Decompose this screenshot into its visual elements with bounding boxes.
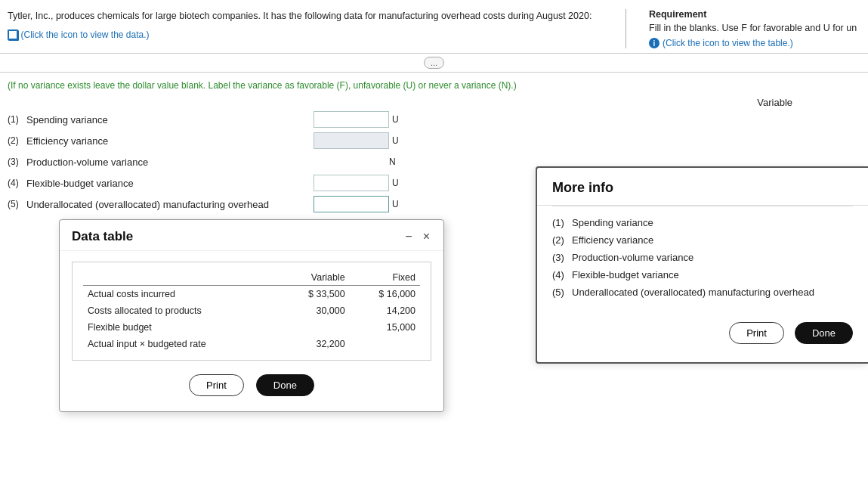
row-1-input[interactable] [314, 111, 389, 128]
table-cell-label: Flexible budget [83, 319, 279, 336]
table-link[interactable]: (Click the icon to view the table.) [663, 38, 793, 48]
row-3-no-input [314, 153, 389, 170]
table-cell-label: Actual costs incurred [83, 286, 279, 303]
more-info-list: (1) Spending variance (2) Efficiency var… [537, 206, 868, 315]
row-4-input-cell [314, 175, 389, 191]
row-1-num: (1) [8, 114, 26, 125]
table-cell-var: 30,000 [279, 302, 349, 319]
table-row: Actual costs incurred $ 33,500 $ 16,000 [83, 286, 420, 303]
modal-footer: Print Done [60, 374, 443, 396]
more-info-item-4-num: (4) [552, 269, 569, 280]
row-5-label: Underallocated (overallocated) manufactu… [26, 199, 314, 210]
row-4-label: Flexible-budget variance [26, 178, 314, 189]
svg-rect-1 [14, 30, 17, 34]
more-info-item-2: (2) Efficiency variance [552, 234, 853, 246]
row-3-label: Production-volume variance [26, 157, 314, 168]
table-cell-var: 32,200 [279, 336, 349, 352]
row-5-num: (5) [8, 199, 26, 209]
top-right: Requirement Fill in the blanks. Use F fo… [649, 9, 860, 48]
row-5-suffix: U [392, 199, 407, 209]
svg-rect-0 [8, 30, 12, 34]
row-3-num: (3) [8, 157, 26, 167]
top-left: Tytler, Inc., produces chemicals for lar… [8, 9, 603, 48]
row-1-suffix: U [392, 114, 407, 125]
table-col-fixed: Fixed [350, 270, 420, 286]
info-icon: i [649, 38, 659, 48]
variance-row-2: (2) Efficiency variance U [8, 132, 860, 149]
row-3-suffix: N [389, 157, 404, 167]
data-grid-icon [8, 29, 18, 40]
table-cell-var: $ 33,500 [279, 286, 349, 303]
modal-title: Data table [72, 229, 133, 244]
more-info-item-5-label: Underallocated (overallocated) manufactu… [572, 287, 814, 298]
more-info-item-3: (3) Production-volume variance [552, 252, 853, 263]
table-cell-fixed: 15,000 [350, 319, 420, 336]
variance-column-header: Variable [8, 97, 860, 108]
table-row: Flexible budget 15,000 [83, 319, 420, 336]
more-info-title: More info [537, 168, 868, 206]
table-col-label [83, 270, 279, 286]
more-info-item-2-label: Efficiency variance [572, 234, 653, 246]
more-info-item-1-label: Spending variance [572, 217, 653, 228]
description-text: Tytler, Inc., produces chemicals for lar… [8, 9, 603, 23]
more-info-print-button[interactable]: Print [729, 322, 784, 344]
row-4-num: (4) [8, 178, 26, 188]
vertical-divider [626, 9, 626, 48]
row-2-input[interactable] [314, 132, 389, 149]
modal-titlebar: Data table − × [60, 220, 443, 251]
ellipsis-button[interactable]: ... [424, 57, 444, 69]
row-1-label: Spending variance [26, 114, 314, 126]
row-5-input-cell [314, 196, 389, 212]
more-info-item-4-label: Flexible-budget variance [572, 269, 679, 280]
modal-controls: − × [403, 230, 431, 243]
row-5-input[interactable] [314, 196, 389, 212]
row-4-input[interactable] [314, 175, 389, 191]
table-cell-fixed [350, 336, 420, 352]
row-2-label: Efficiency variance [26, 135, 314, 147]
row-1-input-cell [314, 111, 389, 128]
more-info-item-3-label: Production-volume variance [572, 252, 693, 263]
modal-close-button[interactable]: × [422, 230, 431, 243]
variable-column-label: Variable [757, 97, 792, 108]
table-cell-label: Actual input × budgeted rate [83, 336, 279, 352]
row-2-input-cell [314, 132, 389, 149]
more-info-item-3-num: (3) [552, 252, 569, 263]
requirement-text: Fill in the blanks. Use F for favorable … [649, 23, 860, 33]
more-info-panel: More info (1) Spending variance (2) Effi… [536, 166, 868, 364]
svg-rect-2 [8, 36, 12, 39]
requirement-title: Requirement [649, 9, 860, 20]
more-info-item-5: (5) Underallocated (overallocated) manuf… [552, 287, 853, 298]
table-cell-var [279, 319, 349, 336]
table-cell-fixed: 14,200 [350, 302, 420, 319]
row-4-suffix: U [392, 178, 407, 188]
table-cell-fixed: $ 16,000 [350, 286, 420, 303]
instruction-text: (If no variance exists leave the dollar … [0, 73, 868, 97]
data-table-modal: Data table − × Variable Fixed Actual cos… [59, 219, 444, 412]
top-section: Tytler, Inc., produces chemicals for lar… [0, 0, 868, 54]
modal-done-button[interactable]: Done [256, 374, 314, 396]
modal-minimize-button[interactable]: − [403, 230, 413, 243]
data-table-inner: Variable Fixed Actual costs incurred $ 3… [72, 262, 431, 361]
more-info-footer: Print Done [537, 315, 868, 344]
data-link[interactable]: (Click the icon to view the data.) [20, 28, 149, 42]
table-cell-label: Costs allocated to products [83, 302, 279, 319]
more-info-item-1: (1) Spending variance [552, 217, 853, 228]
row-2-suffix: U [392, 135, 407, 146]
more-info-item-2-num: (2) [552, 234, 569, 246]
ellipsis-row: ... [0, 54, 868, 73]
row-2-num: (2) [8, 135, 26, 146]
table-col-variable: Variable [279, 270, 349, 286]
modal-print-button[interactable]: Print [189, 374, 244, 396]
more-info-item-1-num: (1) [552, 217, 569, 228]
variance-row-1: (1) Spending variance U [8, 111, 860, 128]
more-info-done-button[interactable]: Done [795, 322, 853, 344]
more-info-item-5-num: (5) [552, 287, 569, 298]
more-info-item-4: (4) Flexible-budget variance [552, 269, 853, 280]
svg-rect-3 [14, 36, 17, 39]
table-row: Actual input × budgeted rate 32,200 [83, 336, 420, 352]
table-row: Costs allocated to products 30,000 14,20… [83, 302, 420, 319]
data-table: Variable Fixed Actual costs incurred $ 3… [83, 270, 420, 352]
